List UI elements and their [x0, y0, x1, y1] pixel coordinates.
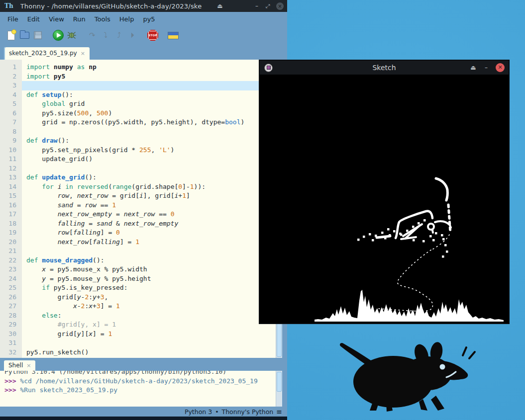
tab-sketch-2023-05-19[interactable]: sketch_2023_05_19.py × [4, 47, 90, 60]
code-line-28[interactable]: else: [22, 311, 276, 321]
step-into-button[interactable]: ⤵ [100, 29, 111, 41]
status-backend[interactable]: Thonny's Python [222, 408, 274, 416]
code-line-11[interactable]: update_grid() [22, 155, 276, 164]
code-line-25[interactable]: if py5.is_key_pressed: [22, 283, 276, 293]
code-line-18[interactable]: falling = sand & next_row_empty [22, 219, 276, 229]
code-line-21[interactable] [22, 247, 276, 256]
debug-script-button[interactable] [66, 29, 78, 41]
code-line-31[interactable] [22, 338, 276, 348]
shell-scrollbar-thumb[interactable] [277, 372, 282, 392]
code-line-30[interactable]: grid[y][x] = 1 [22, 330, 276, 339]
code-line-14[interactable]: for i in reversed(range(grid.shape[0]-1)… [22, 182, 276, 192]
code-line-32[interactable]: py5.run_sketch() [22, 348, 276, 357]
line-number: 28 [0, 311, 16, 321]
code-line-12[interactable] [22, 164, 276, 173]
sketch-canvas[interactable] [260, 75, 509, 323]
step-out-button[interactable]: ⤴ [113, 29, 125, 41]
code-line-2[interactable]: import py5 [22, 72, 276, 82]
menu-edit[interactable]: Edit [23, 14, 44, 24]
minimize-button[interactable]: – [251, 2, 262, 9]
line-number: 3 [0, 81, 16, 90]
shell-tab-close-icon[interactable]: × [26, 362, 31, 369]
eject-icon[interactable]: ⏏ [214, 2, 225, 9]
shell-tab-row: Shell × [0, 358, 287, 371]
open-file-button[interactable] [18, 29, 30, 41]
code-line-6[interactable]: py5.size(500, 500) [22, 109, 276, 118]
code-line-10[interactable]: py5.set_np_pixels(grid * 255, 'L') [22, 146, 276, 155]
py5-app-icon [264, 64, 273, 72]
tab-shell[interactable]: Shell × [4, 360, 35, 371]
menu-view[interactable]: View [44, 14, 69, 24]
step-into-icon: ⤵ [104, 32, 107, 39]
shell-tab-label: Shell [8, 362, 23, 369]
maximize-button[interactable]: ⤢ [262, 3, 273, 9]
new-file-button[interactable] [5, 29, 17, 41]
thonny-toolbar: ↷⤵⤴⏵STOP [0, 26, 287, 45]
step-over-button[interactable]: ↷ [86, 29, 98, 41]
line-number: 11 [0, 155, 16, 164]
thonny-titlebar[interactable]: Th Thonny - /home/villares/GitHub/sketch… [0, 0, 287, 12]
code-lines[interactable]: import numpy as npimport py5 def setup()… [22, 60, 276, 358]
ukraine-flag-button[interactable] [167, 29, 179, 41]
code-line-24[interactable]: y = py5.mouse_y % py5.height [22, 274, 276, 284]
resume-button[interactable]: ⏵ [126, 29, 138, 41]
code-line-23[interactable]: x = py5.mouse_x % py5.width [22, 265, 276, 274]
menu-file[interactable]: File [3, 14, 23, 24]
code-line-3[interactable] [22, 81, 276, 90]
code-line-22[interactable]: def mouse_dragged(): [22, 256, 276, 265]
thonny-window-title: Thonny - /home/villares/GitHub/sketch-a-… [20, 2, 202, 10]
code-line-4[interactable]: def setup(): [22, 90, 276, 100]
step-out-icon: ⤴ [117, 32, 121, 39]
line-number: 8 [0, 127, 16, 137]
code-line-16[interactable]: sand = row == 1 [22, 201, 276, 210]
code-line-5[interactable]: global grid [22, 99, 276, 109]
shell-line-2[interactable]: >>> %cd /home/villares/GitHub/sketch-a-d… [4, 377, 276, 386]
run-icon [53, 30, 64, 41]
code-line-7[interactable]: grid = np.zeros((py5.width, py5.height),… [22, 118, 276, 127]
line-number: 29 [0, 320, 16, 330]
code-editor[interactable]: 1234567891011121314151617181920212223242… [0, 60, 287, 358]
status-interpreter[interactable]: Python 3 [185, 408, 212, 416]
menu-help[interactable]: Help [115, 14, 139, 24]
xfce-mouse-logo [317, 327, 477, 412]
sketch-eject-icon[interactable]: ⏏ [467, 64, 480, 71]
shell-panel[interactable]: Python 3.10.4 (/home/villares/apps/thonn… [0, 371, 287, 407]
sketch-titlebar[interactable]: Sketch ⏏ – ✕ [260, 61, 509, 75]
line-number: 31 [0, 338, 16, 348]
run-script-button[interactable] [52, 29, 64, 41]
line-number: 15 [0, 191, 16, 201]
ukraine-flag-icon [168, 32, 179, 39]
line-number: 5 [0, 99, 16, 109]
code-line-9[interactable]: def draw(): [22, 136, 276, 146]
stop-button[interactable]: STOP [147, 29, 159, 41]
code-line-13[interactable]: def update_grid(): [22, 173, 276, 182]
close-button[interactable]: × [276, 2, 284, 10]
save-file-button[interactable] [32, 29, 44, 41]
code-line-1[interactable]: import numpy as np [22, 63, 276, 72]
tab-close-icon[interactable]: × [81, 50, 85, 57]
line-number: 18 [0, 219, 16, 229]
code-line-26[interactable]: grid[y-2:y+3, [22, 293, 276, 302]
code-line-29[interactable]: #grid[y, x] = 1 [22, 320, 276, 330]
line-number: 23 [0, 265, 16, 274]
shell-lines[interactable]: Python 3.10.4 (/home/villares/apps/thonn… [0, 371, 276, 407]
code-line-27[interactable]: x-2:x+3] = 1 [22, 302, 276, 311]
sketch-close-button[interactable]: ✕ [496, 63, 505, 72]
line-number: 27 [0, 302, 16, 311]
shell-scrollbar[interactable] [276, 371, 282, 407]
code-line-8[interactable] [22, 127, 276, 137]
menu-py5[interactable]: py5 [138, 14, 159, 24]
menu-run[interactable]: Run [69, 14, 90, 24]
code-line-20[interactable]: next_row[falling] = 1 [22, 238, 276, 247]
sketch-minimize-button[interactable]: – [480, 64, 493, 71]
shell-line-1[interactable]: Python 3.10.4 (/home/villares/apps/thonn… [4, 371, 276, 377]
code-line-19[interactable]: row[falling] = 0 [22, 228, 276, 238]
status-separator: • [215, 408, 218, 416]
line-number: 32 [0, 348, 16, 357]
line-number: 1 [0, 63, 16, 72]
status-menu-icon[interactable]: ≡ [276, 408, 282, 416]
code-line-15[interactable]: row, next_row = grid[i], grid[i+1] [22, 191, 276, 201]
shell-line-3[interactable]: >>> %Run sketch_2023_05_19.py [4, 386, 276, 395]
code-line-17[interactable]: next_row_empty = next_row == 0 [22, 210, 276, 219]
menu-tools[interactable]: Tools [90, 14, 115, 24]
